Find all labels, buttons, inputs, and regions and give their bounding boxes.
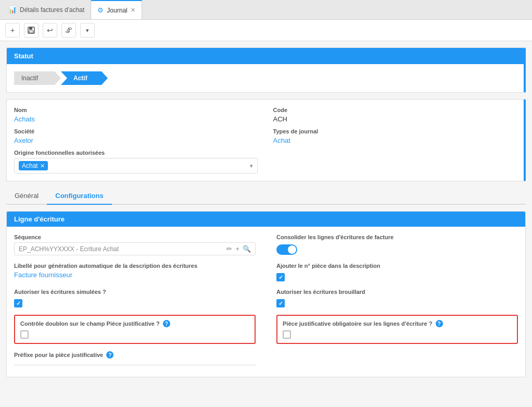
- svg-rect-1: [29, 27, 32, 30]
- achat-tag[interactable]: Achat ✕: [19, 161, 48, 170]
- controle-doublon-checkbox[interactable]: [20, 330, 29, 339]
- tab-journal[interactable]: ⚙ Journal ✕: [91, 0, 142, 19]
- consolider-toggle[interactable]: [276, 244, 518, 255]
- more-button[interactable]: ▾: [80, 23, 95, 38]
- edit-icon[interactable]: ✏: [226, 245, 232, 253]
- code-value: ACH: [273, 115, 517, 123]
- save-icon: [27, 26, 35, 34]
- piece-obligatoire-label: Pièce justificative obligatoire sur les …: [283, 320, 433, 327]
- ligne-ecriture-section: Ligne d'écriture Séquence EP_ACH%YYXXXX …: [6, 211, 526, 377]
- consolider-field: Consolider les lignes d'écritures de fac…: [276, 234, 518, 255]
- autoriser-brouillard-field: Autoriser les écritures brouillard ✓: [276, 289, 518, 307]
- nom-label: Nom: [14, 107, 258, 113]
- svg-rect-2: [29, 31, 33, 33]
- step-actif[interactable]: Actif: [61, 71, 108, 85]
- nav-general[interactable]: Général: [6, 188, 47, 205]
- piece-obligatoire-checkbox[interactable]: [283, 330, 291, 339]
- toggle-slider: [276, 244, 297, 255]
- autoriser-simulees-field: Autoriser les écritures simulées ? ✓: [14, 289, 256, 307]
- toolbar: + ↩ 🖇 ▾: [0, 20, 532, 41]
- controle-doublon-label: Contrôle doublon sur le champ Pièce just…: [20, 320, 160, 327]
- sequence-label: Séquence: [14, 234, 256, 240]
- nav-configurations[interactable]: Configurations: [47, 188, 111, 205]
- achat-tag-label: Achat: [22, 162, 38, 169]
- autoriser-brouillard-checkbox[interactable]: ✓: [276, 299, 285, 307]
- piece-obligatoire-label-row: Pièce justificative obligatoire sur les …: [283, 320, 512, 327]
- nom-field: Nom Achats: [14, 107, 258, 123]
- societe-field: Société Axelor: [14, 128, 258, 144]
- piece-obligatoire-field: Pièce justificative obligatoire sur les …: [276, 315, 518, 344]
- tab-journal-label: Journal: [107, 7, 127, 14]
- dropdown-arrow-icon: ▾: [250, 163, 253, 169]
- origine-tag-container[interactable]: Achat ✕ ▾: [14, 158, 258, 174]
- form-grid: Nom Achats Société Axelor Origine foncti…: [7, 100, 524, 181]
- tab-details-label: Détails factures d'achat: [20, 6, 84, 14]
- statut-header: Statut: [7, 48, 524, 64]
- autoriser-brouillard-label: Autoriser les écritures brouillard: [276, 289, 518, 295]
- empty-right: [276, 351, 518, 369]
- piece-obligatoire-help-icon[interactable]: ?: [436, 320, 443, 327]
- code-field: Code ACH: [273, 107, 517, 123]
- ajouter-no-piece-field: Ajouter le n° pièce dans la description …: [276, 263, 518, 281]
- libelle-label: Libellé pour génération automatique de l…: [14, 263, 256, 269]
- prefixe-help-icon[interactable]: ?: [106, 351, 113, 359]
- status-steps: Inactif Actif: [14, 71, 516, 85]
- nom-value[interactable]: Achats: [14, 115, 258, 123]
- sub-form-grid: Séquence EP_ACH%YYXXXX - Ecriture Achat …: [14, 234, 518, 369]
- search-icon[interactable]: 🔍: [243, 245, 251, 253]
- main-content: Statut Inactif Actif Nom Achats: [0, 41, 532, 390]
- form-left: Nom Achats Société Axelor Origine foncti…: [14, 107, 258, 174]
- prefixe-label: Préfixe pour la pièce justificative: [14, 352, 103, 358]
- ligne-ecriture-header: Ligne d'écriture: [7, 212, 525, 227]
- controle-doublon-help-icon[interactable]: ?: [163, 320, 170, 327]
- origine-field: Origine fonctionnelles autorisées Achat …: [14, 150, 258, 174]
- societe-label: Société: [14, 128, 258, 134]
- step-inactif[interactable]: Inactif: [14, 71, 61, 85]
- form-section: Nom Achats Société Axelor Origine foncti…: [6, 99, 526, 181]
- prefixe-separator: [14, 365, 256, 365]
- add-icon[interactable]: +: [235, 245, 239, 253]
- tab-close-icon[interactable]: ✕: [131, 7, 135, 14]
- achat-tag-close[interactable]: ✕: [40, 163, 45, 169]
- sequence-field: Séquence EP_ACH%YYXXXX - Ecriture Achat …: [14, 234, 256, 255]
- types-journal-label: Types de journal: [273, 128, 517, 134]
- ajouter-no-piece-checkbox[interactable]: ✓: [276, 273, 285, 281]
- prefixe-field: Préfixe pour la pièce justificative ?: [14, 351, 256, 369]
- sequence-input[interactable]: EP_ACH%YYXXXX - Ecriture Achat ✏ + 🔍: [14, 242, 256, 255]
- ligne-ecriture-body: Séquence EP_ACH%YYXXXX - Ecriture Achat …: [7, 227, 525, 377]
- chart-icon: 📊: [8, 6, 17, 14]
- tab-bar: 📊 Détails factures d'achat ⚙ Journal ✕: [0, 0, 532, 20]
- types-journal-value[interactable]: Achat: [273, 137, 517, 144]
- code-label: Code: [273, 107, 517, 113]
- add-button[interactable]: +: [5, 23, 20, 38]
- tab-details[interactable]: 📊 Détails factures d'achat: [2, 0, 91, 19]
- gear-icon: ⚙: [97, 6, 104, 14]
- controle-doublon-box: Contrôle doublon sur le champ Pièce just…: [14, 315, 256, 344]
- consolider-label: Consolider les lignes d'écritures de fac…: [276, 234, 518, 240]
- types-journal-field: Types de journal Achat: [273, 128, 517, 144]
- autoriser-simulees-label: Autoriser les écritures simulées ?: [14, 289, 256, 295]
- sequence-value: EP_ACH%YYXXXX - Ecriture Achat: [19, 245, 223, 253]
- libelle-field: Libellé pour génération automatique de l…: [14, 263, 256, 281]
- libelle-value[interactable]: Facture fournisseur: [14, 271, 256, 279]
- autoriser-simulees-checkbox[interactable]: ✓: [14, 299, 22, 307]
- back-button[interactable]: ↩: [43, 23, 57, 38]
- origine-label: Origine fonctionnelles autorisées: [14, 150, 258, 156]
- consolider-toggle-switch[interactable]: [276, 244, 297, 255]
- controle-doublon-label-row: Contrôle doublon sur le champ Pièce just…: [20, 320, 249, 327]
- save-button[interactable]: [24, 23, 39, 38]
- piece-obligatoire-box: Pièce justificative obligatoire sur les …: [276, 315, 518, 344]
- statut-section: Statut Inactif Actif: [6, 47, 526, 93]
- statut-body: Inactif Actif: [7, 64, 524, 92]
- attach-button[interactable]: 🖇: [61, 23, 76, 38]
- tab-nav: Général Configurations: [6, 188, 526, 205]
- form-right: Code ACH Types de journal Achat: [273, 107, 517, 174]
- controle-doublon-field: Contrôle doublon sur le champ Pièce just…: [14, 315, 256, 344]
- societe-value[interactable]: Axelor: [14, 137, 258, 144]
- prefixe-label-row: Préfixe pour la pièce justificative ?: [14, 351, 256, 359]
- ajouter-no-piece-label: Ajouter le n° pièce dans la description: [276, 263, 518, 269]
